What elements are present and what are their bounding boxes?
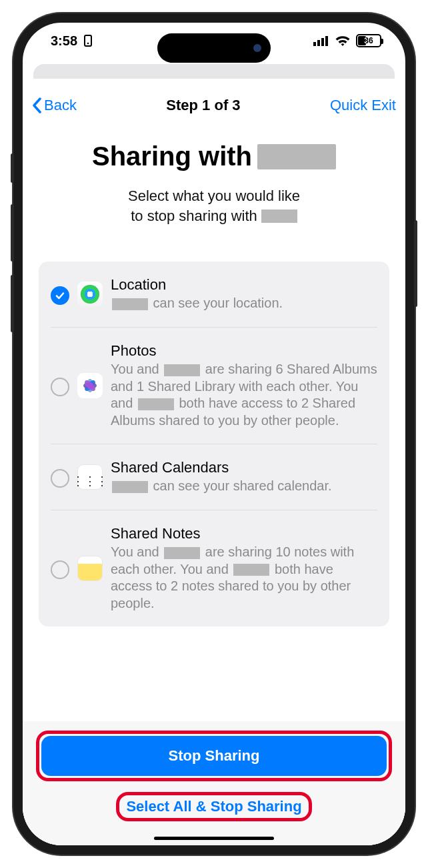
option-title: Shared Calendars — [111, 459, 377, 476]
nav-title: Step 1 of 3 — [166, 97, 240, 114]
back-button[interactable]: Back — [32, 97, 77, 114]
annotation-highlight: Stop Sharing — [36, 731, 392, 781]
orientation-lock-icon — [83, 35, 93, 47]
redacted-name — [261, 209, 297, 223]
calendar-app-icon: ⋮⋮⋮ — [77, 464, 103, 490]
sharing-options-list: Location can see your location. — [39, 262, 389, 626]
checkbox-unchecked-icon[interactable] — [51, 469, 69, 488]
svg-rect-5 — [325, 36, 328, 46]
page-title: Sharing with — [43, 141, 385, 171]
option-description: can see your shared calendar. — [111, 478, 377, 495]
status-time: 3:58 — [51, 33, 77, 49]
option-description: You and are sharing 6 Shared Albums and … — [111, 361, 377, 429]
wifi-icon — [335, 35, 351, 47]
findmy-app-icon — [77, 282, 103, 307]
stop-sharing-button[interactable]: Stop Sharing — [41, 736, 387, 776]
svg-point-1 — [87, 43, 89, 45]
option-photos[interactable]: Photos You and are sharing 6 Shared Albu… — [51, 327, 377, 444]
svg-rect-4 — [321, 38, 324, 46]
option-notes[interactable]: Shared Notes You and are sharing 10 note… — [51, 510, 377, 626]
checkbox-unchecked-icon[interactable] — [51, 560, 69, 579]
option-calendars[interactable]: ⋮⋮⋮ Shared Calendars can see your shared… — [51, 444, 377, 510]
checkbox-checked-icon[interactable] — [51, 286, 69, 305]
quick-exit-button[interactable]: Quick Exit — [330, 97, 396, 114]
notes-app-icon — [77, 556, 103, 581]
option-title: Location — [111, 276, 377, 294]
redacted-name — [257, 144, 336, 169]
chevron-left-icon — [32, 97, 43, 113]
option-description: You and are sharing 10 notes with each o… — [111, 544, 377, 612]
select-all-stop-sharing-button[interactable]: Select All & Stop Sharing — [126, 798, 301, 815]
home-indicator[interactable] — [154, 837, 274, 840]
option-location[interactable]: Location can see your location. — [51, 262, 377, 327]
battery-icon: 36 — [356, 34, 381, 47]
option-description: can see your location. — [111, 295, 377, 312]
option-title: Photos — [111, 342, 377, 360]
annotation-highlight: Select All & Stop Sharing — [116, 792, 311, 821]
option-title: Shared Notes — [111, 525, 377, 542]
nav-bar: Back Step 1 of 3 Quick Exit — [23, 87, 405, 124]
photos-app-icon — [77, 373, 103, 398]
svg-rect-0 — [85, 35, 91, 46]
page-subtitle: Select what you would like to stop shari… — [43, 186, 385, 226]
dynamic-island — [157, 33, 271, 63]
svg-rect-2 — [313, 42, 316, 46]
cellular-icon — [313, 35, 329, 46]
checkbox-unchecked-icon[interactable] — [51, 378, 69, 396]
svg-rect-3 — [317, 40, 320, 46]
